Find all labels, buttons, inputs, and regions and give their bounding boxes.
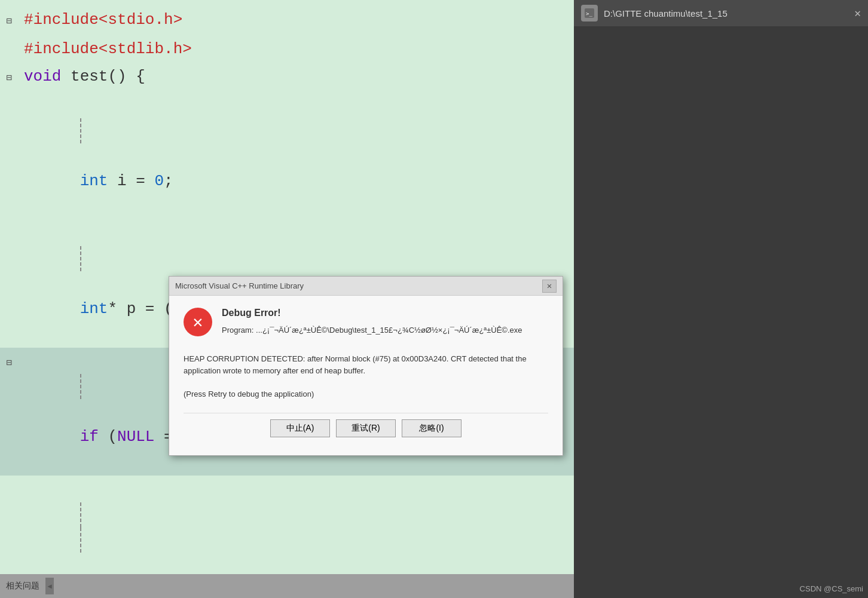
terminal-icon: >_	[581, 5, 598, 22]
scroll-left-arrow[interactable]: ◀	[45, 578, 54, 594]
svg-text:>_: >_	[586, 11, 592, 17]
dialog-box: Microsoft Visual C++ Runtime Library ✕ ✕…	[169, 276, 563, 456]
dialog-close-button[interactable]: ✕	[542, 280, 557, 293]
code-line-3: ⊟ void test() {	[0, 63, 574, 92]
dialog-titlebar: Microsoft Visual C++ Runtime Library ✕	[169, 277, 563, 296]
code-line-2: #include<stdlib.h>	[0, 35, 574, 63]
dialog-top-row: ✕ Debug Error! Program: ...¿¡¯¬ÄÚ´æ¿ª±ÙÊ…	[184, 308, 548, 344]
terminal-close-button[interactable]: ✕	[854, 7, 861, 20]
fold-gutter-3[interactable]: ⊟	[0, 66, 18, 91]
dialog-content-right: Debug Error! Program: ...¿¡¯¬ÄÚ´æ¿ª±ÙÊ©\…	[222, 308, 522, 344]
fold-gutter-6[interactable]: ⊟	[0, 351, 18, 376]
ignore-button[interactable]: 忽略(I)	[402, 419, 461, 437]
abort-button[interactable]: 中止(A)	[270, 419, 330, 437]
dialog-body: ✕ Debug Error! Program: ...¿¡¯¬ÄÚ´æ¿ª±ÙÊ…	[169, 296, 563, 455]
bottom-bar: 相关问题 ◀	[0, 574, 574, 598]
right-panel: >_ D:\GITTE chuantimu\test_1_15 ✕	[574, 0, 868, 598]
line-content-3: void test() {	[18, 64, 574, 89]
code-line-4: int i = 0;	[0, 92, 574, 220]
dialog-buttons: 中止(A) 重试(R) 忽略(I)	[184, 413, 548, 443]
watermark: CSDN @CS_semi	[800, 584, 863, 593]
line-content-2: #include<stdlib.h>	[18, 36, 574, 62]
line-content-4: int i = 0;	[18, 93, 574, 219]
line-content-1: #include<stdio.h>	[18, 7, 574, 32]
terminal-title: D:\GITTE chuantimu\test_1_15	[604, 8, 848, 19]
error-icon: ✕	[184, 308, 212, 336]
related-problems-label: 相关问题	[6, 581, 39, 591]
dialog-title: Microsoft Visual C++ Runtime Library	[175, 281, 304, 290]
dialog-retry-hint: (Press Retry to debug the application)	[184, 390, 548, 398]
dialog-program-text: Program: ...¿¡¯¬ÄÚ´æ¿ª±ÙÊ©\Debug\test_1_…	[222, 324, 522, 336]
retry-button[interactable]: 重试(R)	[336, 419, 396, 437]
terminal-titlebar: >_ D:\GITTE chuantimu\test_1_15 ✕	[574, 0, 868, 26]
code-line-1: ⊟ #include<stdio.h>	[0, 6, 574, 35]
dialog-error-title: Debug Error!	[222, 308, 522, 318]
fold-gutter-1[interactable]: ⊟	[0, 9, 18, 34]
error-icon-circle: ✕	[184, 308, 212, 336]
dialog-heap-message: HEAP CORRUPTION DETECTED: after Normal b…	[184, 353, 548, 378]
